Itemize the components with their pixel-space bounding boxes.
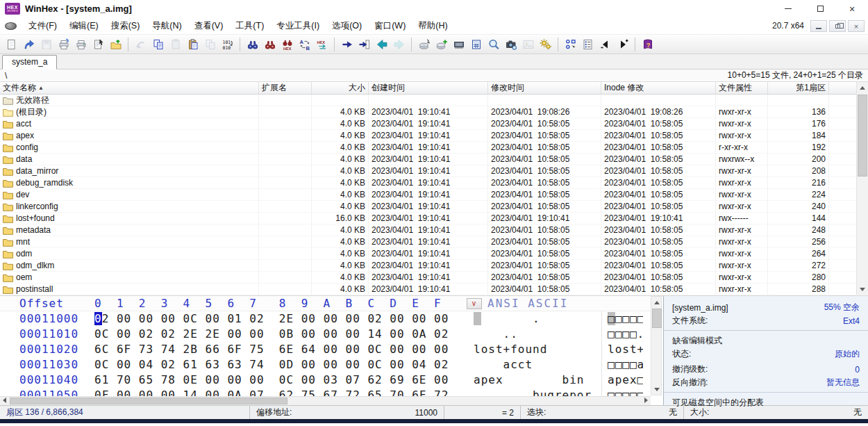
file-row[interactable]: acct4.0 KB2023/04/01 19:10:412023/04/01 … [0, 118, 868, 130]
view-magnifier-button[interactable] [485, 35, 502, 53]
hex-horizontal-scrollbar[interactable] [0, 396, 651, 405]
open-file-button[interactable] [20, 35, 37, 53]
menu-item-3[interactable]: 导航(N) [146, 18, 187, 34]
column-header-created[interactable]: 创建时间 [369, 82, 488, 94]
column-header-attr[interactable]: 文件属性 [716, 82, 768, 94]
replace-text-button[interactable]: AB [296, 35, 313, 53]
tools-button[interactable] [537, 35, 554, 53]
file-row[interactable]: apex4.0 KB2023/04/01 19:10:412023/04/01 … [0, 130, 868, 142]
report-button[interactable] [579, 35, 596, 53]
column-header-inode[interactable]: Inode 修改 [601, 82, 716, 94]
hex-bytes[interactable]: 0C 00 04 02 61 63 63 74 0D 00 00 00 0C 0… [90, 357, 465, 372]
file-row[interactable]: oem4.0 KB2023/04/01 19:10:412023/04/01 1… [0, 272, 868, 284]
menu-item-9[interactable]: 帮助(H) [412, 18, 453, 34]
open-ram-button[interactable] [450, 35, 467, 53]
hex-bytes[interactable]: 02 00 00 00 0C 00 01 02 2E 00 00 00 02 0… [90, 311, 465, 327]
file-row[interactable]: 无效路径 [0, 95, 868, 106]
menu-item-6[interactable]: 专业工具(I) [270, 18, 326, 34]
info-reverse-value[interactable]: 暂无信息 [826, 377, 860, 388]
file-row[interactable]: debug_ramdisk4.0 KB2023/04/01 19:10:4120… [0, 177, 868, 189]
file-row[interactable]: mnt4.0 KB2023/04/01 19:10:412023/04/01 1… [0, 236, 868, 248]
clipboard-paste-button[interactable] [184, 35, 201, 53]
hex-scroll-down-button[interactable] [651, 384, 662, 395]
hex-scroll-up-button[interactable] [651, 297, 662, 308]
hex-altview[interactable]: □□□□acc [601, 357, 643, 372]
hex-ascii[interactable]: . [465, 311, 601, 327]
hex-row[interactable]: 0001100002 00 00 00 0C 00 01 02 2E 00 00… [0, 311, 663, 327]
hex-altview[interactable]: □□□□□□□ [601, 388, 643, 396]
hex-ascii[interactable]: apex bin [465, 372, 601, 388]
file-row[interactable]: (根目录)4.0 KB2023/04/01 19:10:412023/04/01… [0, 106, 868, 118]
menu-item-2[interactable]: 搜索(S) [105, 18, 147, 34]
scripts-button[interactable] [562, 35, 579, 53]
hex-bytes[interactable]: 61 70 65 78 0E 00 00 00 0C 00 03 07 62 6… [90, 372, 465, 388]
hex-scroll-right-button[interactable] [642, 396, 651, 404]
hex-ascii[interactable]: .. [465, 327, 601, 342]
hex-row[interactable]: 000110100C 00 02 02 2E 2E 00 00 0B 00 00… [0, 327, 663, 342]
info-undo-value[interactable]: 0 [855, 365, 860, 375]
info-state-value[interactable]: 原始的 [835, 348, 860, 360]
column-header-modified[interactable]: 修改时间 [488, 82, 601, 94]
print-button[interactable] [72, 35, 90, 53]
file-row[interactable]: dev4.0 KB2023/04/01 19:10:412023/04/01 1… [0, 189, 868, 201]
hex-row[interactable]: 0001104061 70 65 78 0E 00 00 00 0C 00 03… [0, 372, 663, 388]
menu-item-4[interactable]: 查看(V) [188, 18, 230, 34]
next-position-button[interactable] [614, 35, 631, 53]
hex-scrollbar-thumb[interactable] [652, 309, 662, 328]
menu-item-7[interactable]: 选项(O) [326, 18, 368, 34]
hex-ascii[interactable]: bugrepor [465, 388, 601, 396]
mdi-restore-button[interactable] [829, 20, 846, 32]
hex-altview[interactable]: apex□□□ [601, 372, 643, 388]
maximize-button[interactable] [804, 0, 836, 17]
file-row[interactable]: data4.0 KB2023/04/01 19:10:412023/04/01 … [0, 154, 868, 165]
info-edit-mode[interactable]: 缺省编辑模式 [672, 335, 722, 347]
hex-row[interactable]: 000110206C 6F 73 74 2B 66 6F 75 6E 64 00… [0, 342, 663, 357]
file-row[interactable]: data_mirror4.0 KB2023/04/01 19:10:412023… [0, 165, 868, 177]
hex-ascii[interactable]: lost+found [465, 342, 601, 357]
file-row[interactable]: lost+found16.0 KB2023/04/01 19:10:412023… [0, 213, 868, 224]
file-list-scrollbar[interactable] [856, 82, 868, 295]
minimize-button[interactable] [772, 0, 804, 17]
file-row[interactable]: odm_dlkm4.0 KB2023/04/01 19:10:412023/04… [0, 260, 868, 272]
hex-hscrollbar-thumb[interactable] [10, 398, 287, 404]
find-text-button[interactable] [244, 35, 261, 53]
copy-button[interactable] [149, 35, 167, 53]
column-header-sector[interactable]: 第1扇区 [768, 82, 829, 94]
back-button[interactable] [373, 35, 390, 53]
replace-hex-button[interactable]: HEX [313, 35, 331, 53]
scrollbar-thumb[interactable] [858, 95, 867, 177]
find-hex-button[interactable]: HEX [278, 35, 296, 53]
calculator-button[interactable] [467, 35, 485, 53]
menu-item-1[interactable]: 编辑(E) [63, 18, 105, 34]
help-button[interactable]: ? [639, 35, 656, 53]
hex-altview[interactable]: lost+fo [601, 342, 643, 357]
file-row[interactable]: metadata4.0 KB2023/04/01 19:10:412023/04… [0, 224, 868, 236]
open-disk-button[interactable] [415, 35, 433, 53]
hex-scroll-left-button[interactable] [0, 396, 9, 404]
clone-disk-button[interactable] [433, 35, 450, 53]
tab-system-a[interactable]: system_a [2, 55, 57, 69]
mdi-close-button[interactable]: × [848, 20, 865, 32]
hex-bytes[interactable]: 0F 00 00 00 14 00 0A 07 62 75 67 72 65 7… [90, 388, 465, 396]
column-header-filename[interactable]: 文件名称▲ [0, 82, 259, 94]
file-row[interactable]: postinstall4.0 KB2023/04/01 19:10:412023… [0, 284, 868, 295]
scroll-up-button[interactable] [857, 82, 868, 93]
file-row[interactable]: odm4.0 KB2023/04/01 19:10:412023/04/01 1… [0, 248, 868, 260]
close-button[interactable]: × [836, 0, 868, 17]
properties-button[interactable] [90, 35, 107, 53]
column-header-extension[interactable]: 扩展名 [259, 82, 312, 94]
prev-position-button[interactable] [596, 35, 614, 53]
capture-button[interactable] [502, 35, 519, 53]
find-again-button[interactable] [261, 35, 278, 53]
hex-altview[interactable]: □□□□..□ [601, 327, 643, 342]
menu-item-8[interactable]: 窗口(W) [368, 18, 412, 34]
file-row[interactable]: config4.0 KB2023/04/01 19:10:412023/04/0… [0, 142, 868, 154]
hex-vertical-scrollbar[interactable] [651, 296, 662, 395]
hex-bytes[interactable]: 0C 00 02 02 2E 2E 00 00 0B 00 00 00 14 0… [90, 327, 465, 342]
print-preview-button[interactable] [55, 35, 72, 53]
hex-bytes[interactable]: 6C 6F 73 74 2B 66 6F 75 6E 64 00 00 0C 0… [90, 342, 465, 357]
charset-dropdown-button[interactable]: v [467, 298, 482, 309]
goto-offset-button[interactable] [338, 35, 356, 53]
convert-binary-button[interactable]: 101010 [219, 35, 236, 53]
new-file-button[interactable] [3, 35, 20, 53]
